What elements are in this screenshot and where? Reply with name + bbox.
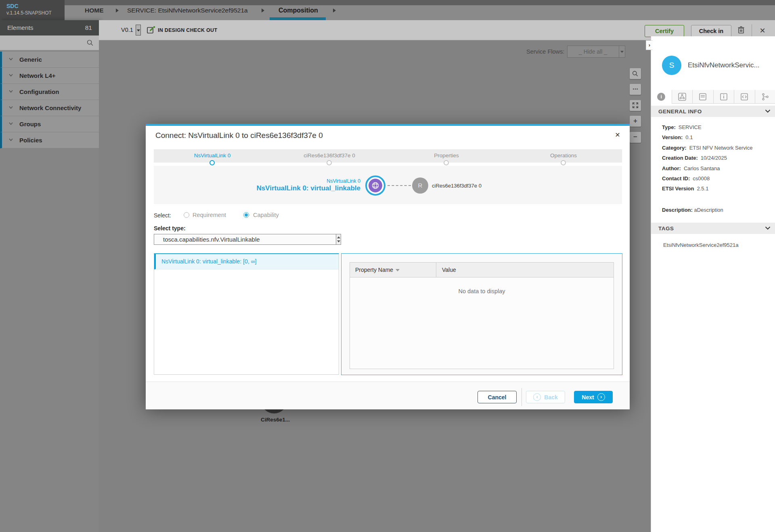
column-divider [436, 263, 436, 277]
capability-radio-label[interactable]: Capability [253, 212, 279, 218]
value-column-header[interactable]: Value [442, 267, 456, 273]
version-dropdown[interactable] [136, 25, 141, 35]
service-flows-dropdown[interactable]: _ Hide all _ [567, 46, 625, 58]
info-row: Creation Date:10/24/2025 [662, 155, 771, 165]
info-row: ETSI Version2.5.1 [662, 186, 771, 196]
capability-type-select[interactable]: tosca.capabilities.nfv.VirtualLinkable [154, 234, 341, 245]
version-value: V0.1 [121, 27, 133, 33]
canvas-search-button[interactable] [630, 68, 641, 79]
wizard-step-operations[interactable]: Operations [505, 149, 622, 163]
sidebar-item-label: Policies [19, 137, 42, 144]
general-info-section-header[interactable]: GENERAL INFO [651, 106, 775, 117]
connection-diagram: NsVirtualLink 0 NsVirtualLink 0: virtual… [154, 166, 622, 204]
back-circle-icon: ‹ [533, 393, 541, 401]
elements-search-input[interactable] [0, 35, 99, 51]
tab-api[interactable] [734, 90, 755, 104]
capability-type-value: tosca.capabilities.nfv.VirtualLinkable [163, 236, 260, 243]
sidebar-item-label: Generic [19, 56, 42, 63]
sidebar-item-network-connectivity[interactable]: Network Connectivity [0, 100, 99, 116]
source-node-name: NsVirtualLink 0 [327, 178, 360, 184]
wizard-step-source[interactable]: NsVirtualLink 0 [154, 149, 271, 163]
sidebar-item-label: Groups [19, 121, 41, 127]
canvas-more-button[interactable]: ... [630, 84, 641, 95]
lifecycle-status-label: IN DESIGN CHECK OUT [158, 27, 217, 33]
zoom-out-button[interactable]: − [630, 132, 641, 143]
panel-tabs: i [651, 90, 775, 104]
sidebar-item-groups[interactable]: Groups [0, 116, 99, 132]
chevron-down-icon [765, 109, 771, 113]
check-in-button[interactable]: Check in [691, 25, 731, 37]
zoom-in-button[interactable]: + [630, 116, 641, 127]
target-node-label: ciRes6e136f3df37e 0 [432, 183, 482, 189]
cancel-button[interactable]: Cancel [478, 391, 517, 403]
chevron-down-icon [9, 90, 13, 93]
chevron-down-icon [9, 106, 13, 109]
next-circle-icon: › [597, 393, 605, 401]
service-flows-value: _ Hide all _ [568, 48, 618, 55]
wizard-step-target[interactable]: ciRes6e136f3df37e 0 [271, 149, 388, 163]
close-icon[interactable]: ✕ [613, 130, 622, 140]
properties-table-body: No data to display [350, 277, 614, 369]
chevron-down-icon [9, 74, 13, 77]
connect-wizard-modal: Connect: NsVirtualLink 0 to ciRes6e136f3… [146, 124, 630, 407]
tags-title: TAGS [658, 225, 674, 232]
search-icon [632, 70, 639, 77]
step-circle [327, 160, 332, 165]
sidebar-item-label: Network Connectivity [19, 104, 81, 111]
step-circle [444, 160, 449, 165]
tab-general-info[interactable]: i [651, 90, 672, 104]
elements-count-badge: 81 [85, 24, 92, 31]
empty-table-message: No data to display [350, 288, 614, 294]
sidebar-item-policies[interactable]: Policies [0, 132, 99, 148]
capability-list-item-selected[interactable]: NsVirtualLink 0: virtual_linkable: [0, ∞… [154, 254, 339, 269]
breadcrumb-service[interactable]: SERVICE: EtsiNfvNetworkService2ef9521a [127, 7, 248, 14]
tab-deployment-artifacts[interactable] [672, 90, 693, 104]
properties-table-header: Property Name Value [350, 262, 614, 277]
breadcrumb-composition-tab[interactable]: Composition [279, 7, 318, 14]
property-name-column-header[interactable]: Property Name [355, 267, 400, 273]
select-type-label: Select type: [154, 225, 186, 232]
modal-title: Connect: NsVirtualLink 0 to ciRes6e136f3… [155, 131, 323, 140]
sidebar-item-label: Network L4+ [19, 72, 56, 79]
close-workspace-icon[interactable]: ✕ [757, 25, 768, 36]
target-node-resource[interactable]: R [412, 177, 428, 194]
canvas-fit-screen-button[interactable] [630, 100, 641, 111]
chevron-down-icon [9, 138, 13, 141]
toolbar-divider [752, 24, 752, 36]
panel-collapse-toggle[interactable]: › [646, 40, 653, 50]
sdc-logo-block[interactable]: SDC v.1.14.5-SNAPSHOT [0, 0, 65, 20]
description-row: Description: aDescription [662, 207, 723, 213]
elements-title: Elements [7, 24, 34, 31]
sidebar-item-network-l4[interactable]: Network L4+ [0, 68, 99, 84]
breadcrumb-home[interactable]: HOME [85, 7, 104, 14]
sidebar-item-generic[interactable]: Generic [0, 52, 99, 68]
info-row: Author:Carlos Santana [662, 165, 771, 175]
sdc-logo: SDC [6, 3, 19, 9]
chevron-down-icon [9, 122, 13, 125]
tag-item: EtsiNfvNetworkService2ef9521a [663, 242, 738, 248]
sidebar-item-configuration[interactable]: Configuration [0, 84, 99, 100]
sidebar-item-label: Configuration [19, 88, 59, 95]
step-circle [561, 160, 566, 165]
capability-list: NsVirtualLink 0: virtual_linkable: [0, ∞… [154, 253, 339, 375]
tags-section-header[interactable]: TAGS [651, 223, 775, 234]
requirement-radio-label[interactable]: Requirement [193, 212, 226, 218]
tab-information-artifacts[interactable] [692, 90, 713, 104]
certify-button[interactable]: Certify [645, 25, 684, 37]
boxed-info-icon [719, 92, 728, 101]
tab-requirements-capabilities[interactable] [755, 90, 775, 104]
source-node-vl[interactable] [365, 175, 385, 196]
service-flows-label: Service Flows: [526, 48, 564, 55]
capability-radio[interactable] [243, 212, 249, 218]
tab-properties[interactable] [713, 90, 734, 104]
breadcrumb-caret-icon [333, 8, 336, 13]
sort-descending-icon[interactable] [396, 269, 400, 271]
back-button[interactable]: ‹ Back [526, 391, 565, 403]
step-circle [209, 160, 215, 165]
next-button[interactable]: Next › [574, 391, 613, 403]
header-top-strip [0, 0, 775, 5]
wizard-step-properties[interactable]: Properties [388, 149, 505, 163]
code-icon [740, 92, 749, 101]
requirement-radio[interactable] [184, 212, 189, 218]
delete-icon[interactable] [737, 25, 745, 34]
